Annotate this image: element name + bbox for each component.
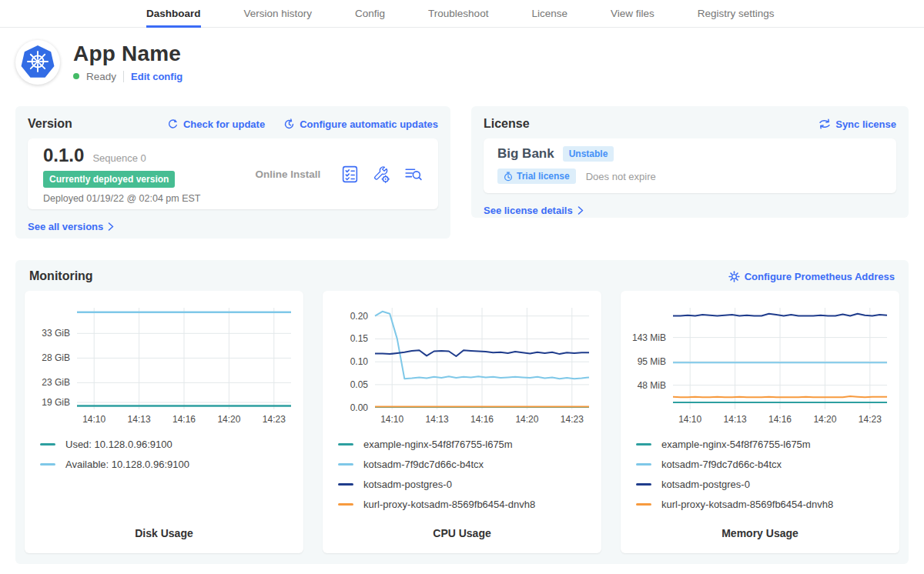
license-panel: Big Bank Unstable Trial license Does not…: [484, 138, 896, 193]
channel-badge: Unstable: [563, 146, 614, 162]
chevron-right-icon: [108, 222, 114, 231]
tab-dashboard[interactable]: Dashboard: [146, 0, 201, 28]
legend-dash-icon: [338, 483, 353, 486]
svg-text:0.10: 0.10: [350, 356, 369, 367]
page-content: App Name Ready Edit config Version: [0, 40, 924, 564]
legend-item: Used: 10.128.0.96:9100: [40, 439, 303, 450]
version-number: 0.1.0: [43, 145, 84, 166]
disk-usage-legend: Used: 10.128.0.96:9100Available: 10.128.…: [40, 439, 303, 470]
tab-view-files[interactable]: View files: [611, 0, 654, 28]
license-expiry: Does not expire: [586, 171, 656, 182]
tab-version-history[interactable]: Version history: [244, 0, 313, 28]
cpu-usage-chart-canvas: 0.200.150.100.050.0014:1014:1314:1614:20…: [324, 299, 597, 429]
current-version-panel: 0.1.0 Sequence 0 Currently deployed vers…: [28, 138, 438, 209]
deployed-timestamp: Deployed 01/19/22 @ 02:04 pm EST: [43, 193, 236, 204]
legend-item: Available: 10.128.0.96:9100: [40, 459, 303, 470]
memory-usage-legend: example-nginx-54f8f76755-l675mkotsadm-7f…: [636, 439, 899, 510]
disk-usage-chart-card: 33 GiB28 GiB23 GiB19 GiB14:1014:1314:161…: [25, 291, 303, 553]
legend-dash-icon: [338, 503, 353, 506]
tab-troubleshoot[interactable]: Troubleshoot: [428, 0, 488, 28]
svg-text:48 MiB: 48 MiB: [638, 380, 666, 391]
svg-text:14:23: 14:23: [859, 414, 882, 425]
svg-text:0.05: 0.05: [350, 379, 369, 390]
configure-prometheus-button[interactable]: Configure Prometheus Address: [728, 271, 895, 282]
monitoring-title: Monitoring: [29, 269, 93, 283]
sync-license-button[interactable]: Sync license: [819, 118, 896, 130]
svg-text:14:16: 14:16: [172, 414, 196, 425]
svg-text:14:10: 14:10: [380, 414, 403, 425]
legend-label: kurl-proxy-kotsadm-8569fb6454-dnvh8: [661, 499, 833, 510]
edit-config-link[interactable]: Edit config: [131, 71, 182, 82]
clock-refresh-icon: [283, 118, 295, 130]
see-license-details-link[interactable]: See license details: [484, 205, 584, 216]
cpu-usage-legend: example-nginx-54f8f76755-l675mkotsadm-7f…: [338, 439, 601, 510]
legend-item: kurl-proxy-kotsadm-8569fb6454-dnvh8: [338, 499, 601, 510]
disk-usage-chart-canvas: 33 GiB28 GiB23 GiB19 GiB14:1014:1314:161…: [26, 299, 299, 429]
legend-dash-icon: [636, 503, 651, 506]
legend-dash-icon: [636, 443, 651, 446]
svg-text:14:23: 14:23: [561, 414, 584, 425]
svg-text:143 MiB: 143 MiB: [632, 332, 666, 343]
svg-text:23 GiB: 23 GiB: [42, 377, 70, 388]
configure-automatic-updates-button[interactable]: Configure automatic updates: [283, 118, 438, 130]
app-status: Ready: [86, 71, 116, 82]
svg-text:14:13: 14:13: [128, 414, 151, 425]
svg-text:95 MiB: 95 MiB: [638, 356, 666, 367]
deploy-logs-diff-icon[interactable]: [403, 165, 423, 184]
legend-item: kotsadm-postgres-0: [636, 479, 899, 490]
legend-label: kotsadm-postgres-0: [661, 479, 750, 490]
cards-row: Version Check for update: [15, 106, 909, 239]
kubernetes-logo-icon: [20, 45, 55, 80]
license-card: License Sync license Big Bank Unstable: [471, 106, 909, 218]
sync-arrows-icon: [819, 118, 831, 129]
svg-text:14:16: 14:16: [470, 414, 494, 425]
svg-text:19 GiB: 19 GiB: [42, 397, 70, 408]
svg-text:14:20: 14:20: [217, 414, 240, 425]
chevron-right-icon: [578, 206, 584, 215]
legend-label: kotsadm-7f9dc7d66c-b4tcx: [363, 459, 484, 470]
legend-dash-icon: [40, 443, 55, 446]
legend-label: Available: 10.128.0.96:9100: [65, 459, 189, 470]
legend-dash-icon: [636, 463, 651, 466]
monitoring-card: Monitoring Configure Prometheus Address …: [15, 260, 909, 564]
tab-registry-settings[interactable]: Registry settings: [698, 0, 775, 28]
preflight-checks-icon[interactable]: [340, 165, 360, 184]
legend-dash-icon: [338, 463, 353, 466]
see-all-versions-link[interactable]: See all versions: [28, 221, 114, 232]
legend-label: example-nginx-54f8f76755-l675m: [661, 439, 811, 450]
svg-text:33 GiB: 33 GiB: [42, 328, 70, 339]
svg-text:28 GiB: 28 GiB: [42, 352, 70, 363]
legend-item: example-nginx-54f8f76755-l675m: [636, 439, 899, 450]
check-for-update-button[interactable]: Check for update: [167, 118, 265, 130]
license-card-title: License: [484, 117, 530, 131]
tab-config[interactable]: Config: [355, 0, 385, 28]
charts-row: 33 GiB28 GiB23 GiB19 GiB14:1014:1314:161…: [25, 291, 899, 553]
legend-item: kotsadm-postgres-0: [338, 479, 601, 490]
svg-text:0.00: 0.00: [350, 402, 369, 413]
install-type-label: Online Install: [236, 169, 340, 180]
app-header: App Name Ready Edit config: [15, 40, 909, 85]
svg-text:14:10: 14:10: [82, 414, 105, 425]
svg-text:14:13: 14:13: [724, 414, 747, 425]
gear-icon: [728, 271, 740, 282]
legend-label: kurl-proxy-kotsadm-8569fb6454-dnvh8: [363, 499, 535, 510]
legend-dash-icon: [636, 483, 651, 486]
legend-item: example-nginx-54f8f76755-l675m: [338, 439, 601, 450]
memory-usage-chart-card: 143 MiB95 MiB48 MiB14:1014:1314:1614:201…: [621, 291, 899, 553]
version-card-title: Version: [28, 117, 72, 131]
memory-usage-chart-title: Memory Usage: [621, 527, 899, 553]
cpu-usage-chart-title: CPU Usage: [323, 527, 601, 553]
disk-usage-chart-title: Disk Usage: [25, 527, 303, 553]
sequence-label: Sequence 0: [92, 152, 146, 164]
legend-label: Used: 10.128.0.96:9100: [65, 439, 172, 450]
tab-license[interactable]: License: [531, 0, 567, 28]
svg-text:14:23: 14:23: [263, 414, 286, 425]
version-card: Version Check for update: [15, 106, 450, 239]
legend-item: kotsadm-7f9dc7d66c-b4tcx: [338, 459, 601, 470]
license-type-badge: Trial license: [497, 169, 576, 184]
svg-text:14:20: 14:20: [515, 414, 538, 425]
config-wrench-icon[interactable]: [372, 165, 391, 184]
top-nav: DashboardVersion historyConfigTroublesho…: [0, 0, 924, 28]
svg-text:14:13: 14:13: [426, 414, 449, 425]
legend-label: kotsadm-postgres-0: [363, 479, 452, 490]
